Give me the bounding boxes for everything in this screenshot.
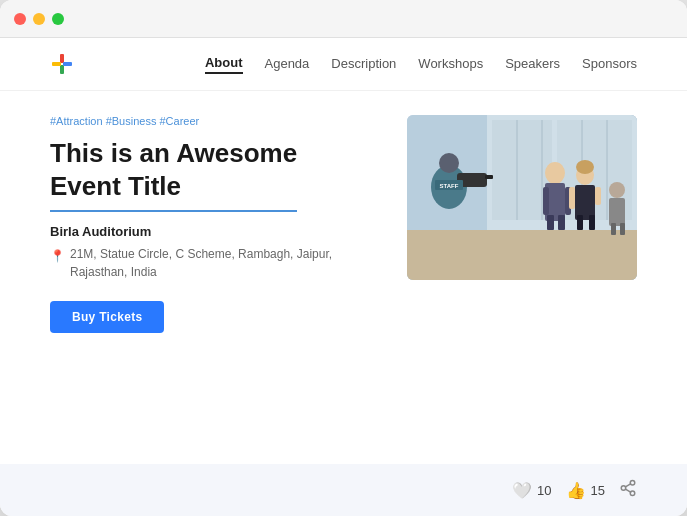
nav-agenda[interactable]: Agenda bbox=[265, 56, 310, 73]
nav-speakers[interactable]: Speakers bbox=[505, 56, 560, 73]
svg-rect-31 bbox=[609, 198, 625, 226]
nav-sponsors[interactable]: Sponsors bbox=[582, 56, 637, 73]
svg-rect-28 bbox=[569, 187, 575, 209]
svg-rect-3 bbox=[63, 62, 72, 66]
likes-count: 10 bbox=[537, 483, 551, 498]
event-tags: #Attraction #Business #Career bbox=[50, 115, 377, 127]
svg-rect-29 bbox=[595, 187, 601, 205]
footer-bar: 🤍 10 👍 15 bbox=[0, 464, 687, 516]
navigation: About Agenda Description Workshops Speak… bbox=[0, 38, 687, 91]
svg-line-39 bbox=[625, 489, 630, 492]
heart-icon: 🤍 bbox=[512, 481, 532, 500]
address-text: 21M, Statue Circle, C Scheme, Rambagh, J… bbox=[70, 245, 377, 281]
svg-rect-1 bbox=[60, 65, 64, 74]
traffic-light-yellow[interactable] bbox=[33, 13, 45, 25]
spacer bbox=[0, 333, 687, 464]
svg-rect-19 bbox=[543, 187, 549, 215]
svg-rect-25 bbox=[575, 185, 595, 220]
traffic-light-green[interactable] bbox=[52, 13, 64, 25]
thumbsup-icon: 👍 bbox=[566, 481, 586, 500]
svg-rect-2 bbox=[52, 62, 61, 66]
nav-workshops[interactable]: Workshops bbox=[418, 56, 483, 73]
likes-action[interactable]: 🤍 10 bbox=[512, 481, 551, 500]
browser-window: About Agenda Description Workshops Speak… bbox=[0, 0, 687, 516]
svg-rect-26 bbox=[577, 215, 583, 230]
svg-point-14 bbox=[439, 153, 459, 173]
main-content: #Attraction #Business #Career This is an… bbox=[0, 91, 687, 333]
svg-point-24 bbox=[576, 160, 594, 174]
event-title: This is an Awesome Event Title bbox=[50, 137, 297, 212]
traffic-light-red[interactable] bbox=[14, 13, 26, 25]
svg-rect-0 bbox=[60, 54, 64, 63]
svg-rect-16 bbox=[485, 175, 493, 179]
event-title-line2: Event Title bbox=[50, 171, 181, 201]
thumbs-count: 15 bbox=[591, 483, 605, 498]
logo[interactable] bbox=[50, 52, 74, 76]
nav-about[interactable]: About bbox=[205, 55, 243, 74]
svg-point-17 bbox=[545, 162, 565, 184]
svg-rect-33 bbox=[620, 223, 625, 235]
svg-rect-21 bbox=[547, 215, 554, 230]
svg-rect-12 bbox=[407, 230, 637, 280]
traffic-lights bbox=[14, 13, 64, 25]
svg-rect-32 bbox=[611, 223, 616, 235]
venue-name: Birla Auditorium bbox=[50, 224, 377, 239]
venue-address: 📍 21M, Statue Circle, C Scheme, Rambagh,… bbox=[50, 245, 377, 281]
share-action[interactable] bbox=[619, 479, 637, 501]
svg-rect-22 bbox=[558, 215, 565, 230]
nav-links: About Agenda Description Workshops Speak… bbox=[205, 55, 637, 74]
event-title-line1: This is an Awesome bbox=[50, 138, 297, 168]
page-content: About Agenda Description Workshops Speak… bbox=[0, 38, 687, 516]
browser-titlebar bbox=[0, 0, 687, 38]
buy-tickets-button[interactable]: Buy Tickets bbox=[50, 301, 164, 333]
svg-rect-27 bbox=[589, 215, 595, 230]
share-icon bbox=[619, 479, 637, 501]
thumbs-action[interactable]: 👍 15 bbox=[566, 481, 605, 500]
pin-icon: 📍 bbox=[50, 247, 65, 265]
svg-text:STAFF: STAFF bbox=[440, 183, 459, 189]
nav-description[interactable]: Description bbox=[331, 56, 396, 73]
left-content: #Attraction #Business #Career This is an… bbox=[50, 115, 377, 333]
event-image: STAFF bbox=[407, 115, 637, 280]
svg-point-30 bbox=[609, 182, 625, 198]
svg-line-40 bbox=[625, 484, 630, 487]
